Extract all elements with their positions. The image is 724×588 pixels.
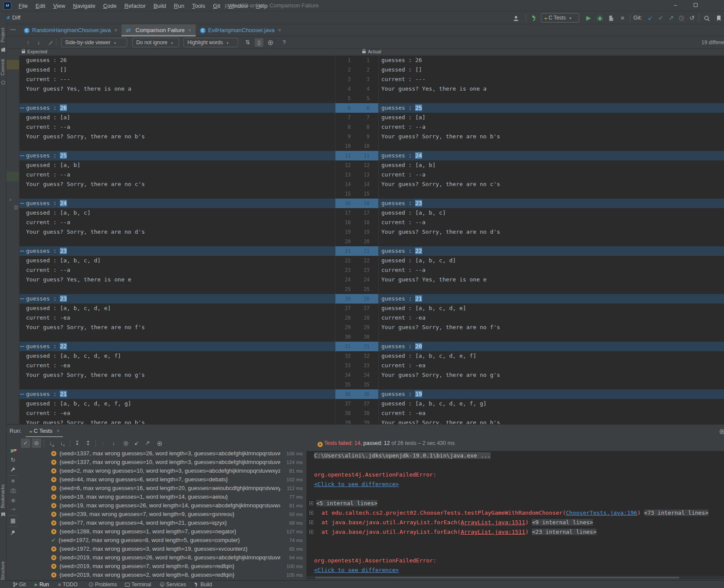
console-line[interactable]: +at java.base/java.util.ArrayList.forEac… (307, 527, 724, 537)
diff-actual-line[interactable]: guessed : [a, b, c, d, e] (378, 304, 724, 313)
build-hammer-icon[interactable] (529, 13, 539, 23)
diff-expected-line[interactable]: current : --a (20, 218, 335, 227)
tab-randomhangmanchooser-java[interactable]: CRandomHangmanChooser.java× (20, 24, 121, 36)
diff-expected-line[interactable] (20, 380, 335, 389)
diff-actual-line[interactable] (378, 237, 724, 246)
collapse-unchanged-icon[interactable]: ⇅ (243, 38, 252, 47)
diff-expected-line[interactable]: current : --a (20, 170, 335, 180)
diff-actual-line[interactable]: guessed : [a] (378, 113, 724, 122)
diff-expected-line[interactable]: guessed : [a, b, c, d, e, f, g] (20, 399, 335, 408)
menu-run[interactable]: Run (170, 0, 188, 12)
test-row[interactable]: ×{seed=2019, max wrong guesses=7, word l… (20, 562, 306, 571)
diff-row[interactable]: 3030 (20, 332, 724, 342)
diff-row[interactable]: current : --a1818current : --a (20, 218, 724, 227)
diff-actual-line[interactable]: Your guess? Sorry, there are no f's (378, 323, 724, 332)
diff-expected-line[interactable]: guessed : [a, b, c, d, e, f] (20, 351, 335, 361)
tool-stripe-commit[interactable]: Commit (0, 56, 7, 78)
diff-actual-line[interactable]: guessed : [a, b, c, d, e, f] (378, 351, 724, 361)
console-line[interactable]: <Click to see difference> (307, 565, 724, 575)
diff-expected-line[interactable]: Your guess? Sorry, there are no b's (20, 132, 335, 141)
diff-expected-line[interactable] (20, 237, 335, 246)
diff-expected-line[interactable]: guesses : 26 (20, 56, 335, 65)
diff-row[interactable]: current : ---33current : --- (20, 75, 724, 84)
diff-expected-line[interactable]: guesses : 24 (20, 199, 335, 208)
console-line[interactable] (307, 461, 724, 470)
diff-expected-line[interactable]: current : -ea (20, 408, 335, 418)
menu-file[interactable]: File (15, 0, 32, 12)
diff-actual-line[interactable] (378, 94, 724, 103)
sync-scrolling-icon[interactable]: ▯ (255, 38, 263, 47)
tool-stripe-bookmarks[interactable]: Bookmarks (0, 482, 7, 510)
console-line[interactable]: org.opentest4j.AssertionFailedError: (307, 556, 724, 565)
diff-actual-line[interactable]: current : -ea (378, 313, 724, 323)
import-results-icon[interactable]: ↙ (132, 438, 141, 448)
test-row[interactable]: ×{seed=19, max wrong guesses=1, word len… (20, 493, 306, 501)
diff-expected-line[interactable]: guessed : [] (20, 65, 335, 75)
diff-actual-line[interactable] (378, 141, 724, 151)
statusbar-build[interactable]: Build (194, 581, 212, 588)
run-button[interactable]: ▶ (584, 13, 593, 23)
test-row[interactable]: ×{seed=1337, max wrong guesses=10, word … (20, 458, 306, 467)
debug-bug-icon[interactable] (595, 13, 605, 23)
diff-expected-line[interactable]: guesses : 23 (20, 246, 335, 256)
diff-row[interactable]: guessed : [a]77guessed : [a] (20, 113, 724, 122)
test-row[interactable]: ✔{seed=1972, max wrong guesses=8, word l… (20, 536, 306, 545)
hide-tab-icon[interactable]: — (10, 27, 16, 33)
diff-actual-line[interactable]: guesses : 19 (378, 389, 724, 399)
diff-expected-line[interactable]: guesses : 26 (20, 103, 335, 113)
diff-row[interactable]: current : -ea2828current : -ea (20, 313, 724, 323)
test-row[interactable]: ×{seed=1337, max wrong guesses=26, word … (20, 449, 306, 458)
sort-by-duration-icon[interactable]: ↓≡ (58, 438, 67, 448)
diff-actual-line[interactable]: guesses : 23 (378, 199, 724, 208)
search-icon[interactable] (702, 13, 711, 23)
diff-expected-line[interactable] (20, 189, 335, 199)
diff-row[interactable]: current : --a88current : --a (20, 122, 724, 132)
toggle-auto-test-icon[interactable]: ↻ (9, 456, 17, 464)
help-icon[interactable]: ? (280, 38, 288, 47)
console-line[interactable]: +at edu.caltech.cs2.project02.ChooserTes… (307, 508, 724, 518)
console-line[interactable]: <Click to see difference> (307, 480, 724, 489)
diff-expected-line[interactable]: guessed : [a, b] (20, 160, 335, 170)
test-row[interactable]: ×{seed=6, max wrong guesses=16, word len… (20, 484, 306, 493)
stack-link[interactable]: ArrayList.java:1511 (461, 529, 525, 535)
menu-code[interactable]: Code (99, 0, 121, 12)
console-line[interactable]: org.opentest4j.AssertionFailedError: (307, 470, 724, 480)
diff-row[interactable]: guesses : 223131guesses : 20 (20, 342, 724, 351)
pin-icon[interactable] (9, 528, 17, 536)
console-line[interactable]: C:\Users\alini\.jdks\openjdk-19.0.1\bin\… (307, 451, 724, 461)
diff-row[interactable]: guesses : 232626guesses : 21 (20, 294, 724, 304)
diff-row[interactable]: guessed : [a, b, c, d, e, f]3232guessed … (20, 351, 724, 361)
diff-expected-line[interactable] (20, 284, 335, 294)
diff-row[interactable]: guessed : [a, b, c, d]2222guessed : [a, … (20, 256, 724, 265)
diff-row[interactable]: guesses : 2666guesses : 25 (20, 103, 724, 113)
expand-all-icon[interactable]: ↧ (72, 438, 82, 448)
diff-actual-line[interactable]: Your guess? Sorry, there are no c's (378, 180, 724, 189)
statusbar-problems[interactable]: ! Problems (89, 581, 117, 588)
diff-actual-line[interactable]: Your guess? Sorry, there are no d's (378, 227, 724, 237)
diff-actual-line[interactable]: guesses : 20 (378, 342, 724, 351)
diff-row[interactable]: Your guess? Yes, there is one e2424Your … (20, 275, 724, 284)
diff-row[interactable]: Your guess? Sorry, there are no g's3434Y… (20, 370, 724, 380)
git-commit-icon[interactable]: ✓ (656, 13, 665, 23)
fold-expand-icon[interactable]: + (309, 520, 313, 524)
next-difference-icon[interactable]: ↓ (34, 38, 43, 47)
diff-actual-line[interactable]: Your guess? Yes, there is one e (378, 275, 724, 284)
diff-expected-line[interactable] (20, 332, 335, 342)
diff-actual-line[interactable]: current : -ea (378, 408, 724, 418)
console-line[interactable]: +at java.base/java.util.ArrayList.forEac… (307, 518, 724, 527)
diff-expected-line[interactable]: Your guess? Sorry, there are no c's (20, 180, 335, 189)
test-row[interactable]: ×{seed=2019, max wrong guesses=26, word … (20, 553, 306, 562)
diff-actual-line[interactable]: Your guess? Sorry, there are no b's (378, 132, 724, 141)
console-line[interactable] (307, 537, 724, 546)
menu-tools[interactable]: Tools (188, 0, 209, 12)
menu-edit[interactable]: Edit (32, 0, 49, 12)
link[interactable]: <Click to see difference> (314, 567, 399, 573)
diff-row[interactable]: current : --a1313current : --a (20, 170, 724, 180)
git-update-icon[interactable]: ↙ (645, 13, 655, 23)
rollback-icon[interactable]: ↺ (687, 13, 697, 23)
test-row[interactable]: ×{seed=2019, max wrong guesses=2, word l… (20, 571, 306, 579)
diff-row[interactable]: 2525 (20, 284, 724, 294)
diff-row[interactable]: 2020 (20, 237, 724, 246)
diff-actual-line[interactable]: guessed : [a, b] (378, 160, 724, 170)
diff-row[interactable]: current : -ea3838current : -ea (20, 408, 724, 418)
